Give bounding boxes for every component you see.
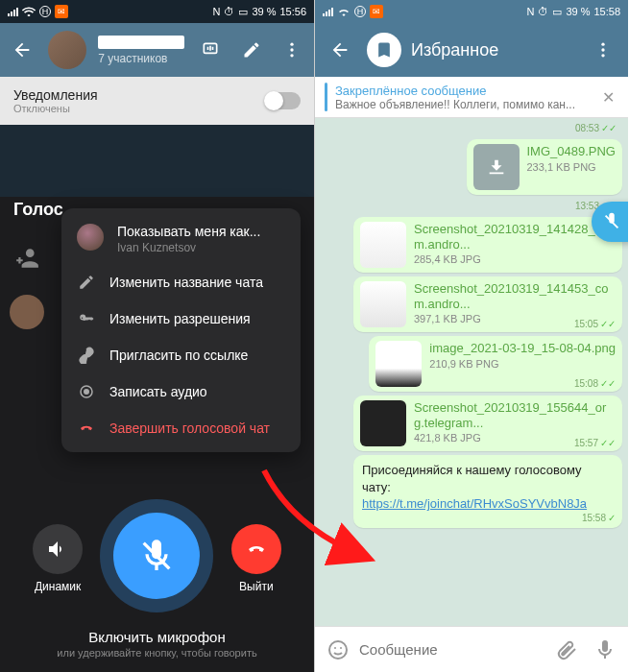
vc-title: Голос <box>13 200 63 220</box>
svg-point-2 <box>290 48 293 51</box>
notif-switch[interactable] <box>266 92 301 109</box>
emoji-icon[interactable] <box>321 633 355 667</box>
signal-icon <box>323 8 333 16</box>
file-thumb <box>360 400 406 446</box>
file-thumb <box>360 222 406 268</box>
status-bar: H ✉ N ⏱ ▭ 39 % 15:58 <box>315 0 628 23</box>
menu-invite[interactable]: Пригласить по ссылке <box>61 337 301 373</box>
file-message[interactable]: Screenshot_20210319_141428_com.andro...2… <box>353 217 622 273</box>
back-button[interactable] <box>323 33 357 67</box>
download-icon[interactable] <box>473 144 520 190</box>
svg-point-12 <box>334 647 336 649</box>
menu-permissions-label: Изменить разрешения <box>109 311 251 326</box>
mic-hint-sub: или удерживайте кнопку, чтобы говорить <box>0 647 314 659</box>
phone-saved-messages: H ✉ N ⏱ ▭ 39 % 15:58 Избранное Закреплён… <box>314 0 628 672</box>
attach-icon[interactable] <box>549 633 584 667</box>
svg-point-1 <box>290 43 293 46</box>
menu-end-chat[interactable]: Завершить голосовой чат <box>61 410 301 446</box>
notification-icon: ✉ <box>55 5 68 18</box>
svg-point-11 <box>329 641 347 659</box>
participant-avatar[interactable] <box>10 295 44 329</box>
user-avatar-icon <box>77 224 104 251</box>
battery-percent: 39 % <box>252 6 276 17</box>
file-thumb <box>360 281 406 327</box>
menu-record[interactable]: Записать аудио <box>61 373 301 410</box>
mic-hint-title: Включить микрофон <box>0 629 314 645</box>
edit-icon[interactable] <box>237 33 266 67</box>
leave-button[interactable] <box>231 524 281 574</box>
mic-hint: Включить микрофон или удерживайте кнопку… <box>0 629 314 659</box>
menu-show-as-title: Показывать меня как... <box>117 224 260 239</box>
file-size: 285,4 KB JPG <box>414 253 616 265</box>
participants-column <box>10 245 44 329</box>
text-content: Присоединяйся к нашему голосовому чату: <box>362 463 582 494</box>
clock: 15:56 <box>279 6 306 17</box>
file-name: Screenshot_20210319_155644_org.telegram.… <box>414 400 616 430</box>
speaker-button[interactable] <box>33 524 83 574</box>
svg-point-9 <box>601 54 604 57</box>
message-input[interactable] <box>359 641 545 658</box>
wifi-icon <box>22 7 36 16</box>
pinned-message[interactable]: Закреплённое сообщение Важное объявление… <box>315 77 628 118</box>
mute-fab[interactable] <box>592 202 628 242</box>
clock: 15:58 <box>593 6 620 17</box>
context-menu: Показывать меня как... Ivan Kuznetsov Из… <box>61 208 301 452</box>
file-message[interactable]: Screenshot_20210319_141453_com.andro...3… <box>353 276 622 332</box>
chat-header: Избранное <box>315 23 628 77</box>
hd-icon: H <box>39 6 51 17</box>
record-icon <box>77 383 96 400</box>
menu-invite-label: Пригласить по ссылке <box>109 348 248 363</box>
pencil-icon <box>77 274 96 291</box>
file-size: 233,1 KB PNG <box>527 161 617 173</box>
chat-title-area[interactable]: 7 участников <box>98 36 184 65</box>
wifi-icon <box>337 7 351 16</box>
menu-permissions[interactable]: Изменить разрешения <box>61 300 301 337</box>
file-name: image_2021-03-19_15-08-04.png <box>429 341 616 356</box>
battery-icon: ▭ <box>552 6 562 18</box>
signal-icon <box>8 8 18 16</box>
file-name: Screenshot_20210319_141428_com.andro... <box>414 222 616 252</box>
text-message[interactable]: Присоединяйся к нашему голосовому чату: … <box>353 455 622 528</box>
svg-point-13 <box>340 647 342 649</box>
chat-title <box>98 36 184 49</box>
voice-chat-panel: Голос Показывать меня как... Ivan Kuznet… <box>0 197 314 672</box>
chat-header: 7 участников <box>0 23 314 77</box>
leave-label: Выйти <box>239 580 274 593</box>
svg-point-5 <box>84 389 89 395</box>
file-name: Screenshot_20210319_141453_com.andro... <box>414 281 616 311</box>
messages-list[interactable]: 08:53✓✓ IMG_0489.PNG233,1 KB PNG 13:53✓✓… <box>315 117 628 626</box>
chat-avatar[interactable] <box>48 31 86 69</box>
close-icon[interactable]: ✕ <box>598 84 618 110</box>
nfc-icon: N <box>212 6 220 17</box>
notif-title: Уведомления <box>13 87 98 103</box>
more-icon[interactable] <box>278 33 306 67</box>
file-size: 210,9 KB PNG <box>429 358 616 370</box>
battery-percent: 39 % <box>566 6 590 17</box>
add-user-icon[interactable] <box>14 245 39 270</box>
svg-point-8 <box>601 48 604 51</box>
menu-end-label: Завершить голосовой чат <box>109 420 270 436</box>
mic-button[interactable] <box>113 513 200 599</box>
status-bar: H ✉ N ⏱ ▭ 39 % 15:56 <box>0 0 314 23</box>
file-message[interactable]: IMG_0489.PNG233,1 KB PNG <box>467 139 623 195</box>
composer <box>315 626 628 672</box>
bookmark-icon <box>367 33 401 67</box>
file-message[interactable]: Screenshot_20210319_155644_org.telegram.… <box>353 396 622 451</box>
message-time: 08:53✓✓ <box>569 121 622 135</box>
nfc-icon: N <box>526 6 534 17</box>
file-message[interactable]: image_2021-03-19_15-08-04.png210,9 KB PN… <box>369 336 622 392</box>
invite-link[interactable]: https://t.me/joinchat/RHvxSoSYVvbN8Ja <box>362 496 587 511</box>
key-icon <box>77 310 96 327</box>
alarm-icon: ⏱ <box>538 6 548 17</box>
svg-point-7 <box>601 43 604 46</box>
mic-icon[interactable] <box>588 633 622 667</box>
phone-voice-chat: H ✉ N ⏱ ▭ 39 % 15:56 7 участников Уведом… <box>0 0 314 672</box>
menu-rename[interactable]: Изменить название чата <box>61 264 301 300</box>
back-button[interactable] <box>8 33 36 67</box>
voice-chat-icon[interactable] <box>196 33 225 67</box>
menu-show-as[interactable]: Показывать меня как... Ivan Kuznetsov <box>61 214 301 264</box>
chat-title[interactable]: Избранное <box>411 40 576 60</box>
more-icon[interactable] <box>586 33 620 67</box>
menu-rename-label: Изменить название чата <box>109 275 263 290</box>
notifications-row[interactable]: Уведомления Отключены <box>0 77 314 125</box>
